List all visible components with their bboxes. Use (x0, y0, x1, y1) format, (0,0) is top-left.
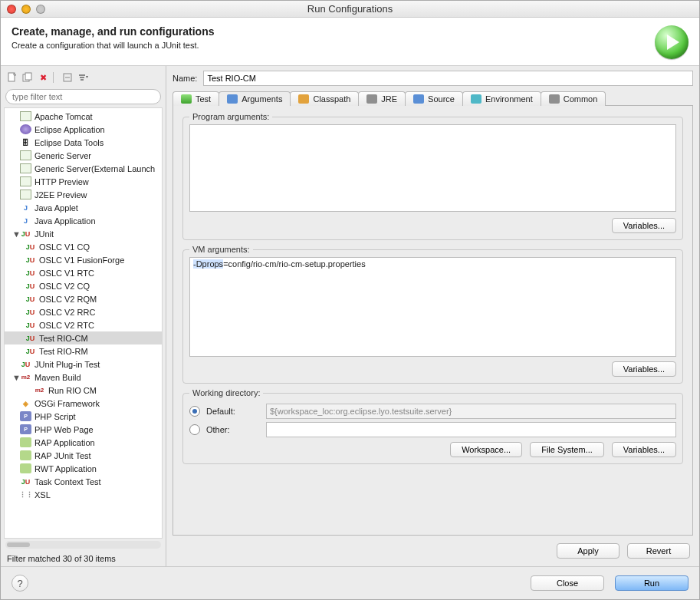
tab-label: Classpath (313, 94, 350, 104)
name-input[interactable] (203, 71, 693, 86)
tab-label: Environment (485, 94, 533, 104)
tree-item-label: OSLC V1 FusionForge (39, 255, 124, 265)
tree-item[interactable]: JJava Application (5, 214, 162, 227)
default-radio-label: Default: (206, 407, 260, 416)
vm-args-group: VM arguments: -Dprops=config/rio-cm/rio-… (182, 245, 683, 384)
tree-item-label: Eclipse Data Tools (35, 138, 104, 147)
tree-item-label: RWT Application (35, 464, 97, 473)
tree-item[interactable]: HTTP Preview (5, 175, 162, 188)
tree-item[interactable]: Generic Server(External Launch (5, 162, 162, 175)
tree-item[interactable]: J2EE Preview (5, 188, 162, 201)
program-args-input[interactable] (189, 124, 676, 212)
tree-item[interactable]: Eclipse Application (5, 123, 162, 136)
filesystem-button[interactable]: File System... (530, 442, 604, 457)
tree-item[interactable]: ⋮⋮XSL (5, 488, 162, 501)
tab-source[interactable]: Source (405, 91, 463, 106)
tree-item[interactable]: JUOSLC V1 FusionForge (5, 253, 162, 266)
vm-args-rest: =config/rio-cm/rio-cm-setup.properties (223, 259, 366, 269)
tree-item[interactable]: m2Run RIO CM (5, 384, 162, 397)
apply-button[interactable]: Apply (557, 543, 619, 559)
filter-menu-icon[interactable] (76, 71, 90, 84)
revert-button[interactable]: Revert (627, 543, 690, 559)
config-tree[interactable]: Apache TomcatEclipse Application🗄Eclipse… (4, 107, 163, 539)
help-button[interactable]: ? (12, 575, 28, 592)
tree-item[interactable]: ▼m2Maven Build (5, 371, 162, 384)
tab-classpath[interactable]: Classpath (290, 91, 359, 106)
run-configurations-window: Run Configurations Create, manage, and r… (0, 0, 700, 600)
delete-config-icon[interactable]: ✖ (36, 71, 50, 84)
run-button[interactable]: Run (615, 575, 688, 591)
default-dir-input (266, 404, 676, 419)
filter-box (5, 89, 161, 104)
arguments-tab-content: Program arguments: Variables... VM argum… (173, 106, 693, 536)
tab-icon (366, 94, 377, 104)
vm-args-legend: VM arguments: (189, 245, 253, 254)
tree-item[interactable]: 🗄Eclipse Data Tools (5, 136, 162, 149)
tree-item-label: Test RIO-RM (39, 347, 88, 356)
tree-item[interactable]: RAP Application (5, 436, 162, 449)
tree-item-label: HTTP Preview (35, 177, 89, 186)
default-radio[interactable] (189, 406, 200, 417)
tree-item[interactable]: JUOSLC V2 RTC (5, 318, 162, 331)
tree-item[interactable]: RWT Application (5, 462, 162, 475)
run-icon (655, 25, 688, 59)
tree-item[interactable]: PPHP Script (5, 410, 162, 423)
tree-item-label: Maven Build (35, 373, 81, 382)
horizontal-scrollbar[interactable] (5, 541, 161, 549)
tree-item-label: PHP Web Page (35, 425, 94, 434)
tab-test[interactable]: Test (173, 91, 219, 106)
tab-arguments[interactable]: Arguments (219, 91, 291, 106)
workingdir-variables-button[interactable]: Variables... (612, 442, 676, 457)
tab-label: Test (196, 94, 211, 104)
collapse-all-icon[interactable] (61, 71, 74, 84)
other-dir-input[interactable] (266, 422, 676, 437)
tree-item-label: OSLC V1 CQ (39, 242, 90, 252)
dialog-footer: ? Close Run (1, 566, 699, 599)
tree-item[interactable]: JUTest RIO-CM (5, 331, 162, 345)
tree-item-label: Java Applet (35, 203, 78, 213)
tree-item[interactable]: Apache Tomcat (5, 110, 162, 123)
tab-label: Source (428, 94, 455, 104)
tree-item[interactable]: JUOSLC V2 RRC (5, 305, 162, 318)
tab-environment[interactable]: Environment (462, 91, 541, 106)
tree-item[interactable]: JUOSLC V1 RTC (5, 266, 162, 279)
tree-item-label: OSLC V2 CQ (39, 282, 90, 291)
duplicate-config-icon[interactable] (21, 71, 35, 84)
tree-item[interactable]: RAP JUnit Test (5, 449, 162, 462)
tree-item[interactable]: PPHP Web Page (5, 423, 162, 436)
tree-item[interactable]: JUTest RIO-RM (5, 345, 162, 358)
workspace-button[interactable]: Workspace... (450, 442, 522, 457)
name-label: Name: (173, 74, 197, 83)
tab-common[interactable]: Common (541, 91, 606, 106)
new-config-icon[interactable] (5, 71, 19, 84)
dialog-header: Create, manage, and run configurations C… (1, 18, 699, 66)
close-button[interactable]: Close (531, 575, 604, 591)
tab-icon (298, 94, 309, 104)
tree-item-label: XSL (35, 490, 51, 499)
tree-item-label: Java Application (35, 216, 96, 226)
tree-item[interactable]: JUOSLC V2 CQ (5, 279, 162, 292)
vm-args-variables-button[interactable]: Variables... (612, 361, 676, 377)
tree-item[interactable]: Generic Server (5, 149, 162, 162)
tree-item[interactable]: JUTask Context Test (5, 475, 162, 488)
header-subtitle: Create a configuration that will launch … (12, 41, 215, 50)
tree-item-label: Test RIO-CM (39, 334, 88, 343)
tree-item[interactable]: ◈OSGi Framework (5, 397, 162, 410)
tree-item[interactable]: JUJUnit Plug-in Test (5, 358, 162, 371)
tree-item[interactable]: JUOSLC V2 RQM (5, 292, 162, 305)
tree-item[interactable]: JUOSLC V1 CQ (5, 240, 162, 253)
program-args-variables-button[interactable]: Variables... (612, 218, 676, 233)
tree-item-label: Generic Server (35, 151, 91, 160)
other-radio[interactable] (189, 424, 200, 435)
tree-item[interactable]: JJava Applet (5, 201, 162, 214)
tree-item[interactable]: ▼JUJUnit (5, 227, 162, 240)
tree-item-label: OSLC V1 RTC (39, 269, 94, 278)
window-title: Run Configurations (1, 3, 699, 15)
tab-label: Common (564, 94, 598, 104)
tree-item-label: OSLC V2 RTC (39, 321, 94, 330)
filter-input[interactable] (5, 89, 161, 104)
vm-args-input[interactable]: -Dprops=config/rio-cm/rio-cm-setup.prope… (189, 257, 676, 357)
working-dir-legend: Working directory: (189, 388, 263, 397)
other-radio-label: Other: (206, 425, 260, 434)
tab-jre[interactable]: JRE (358, 91, 406, 106)
